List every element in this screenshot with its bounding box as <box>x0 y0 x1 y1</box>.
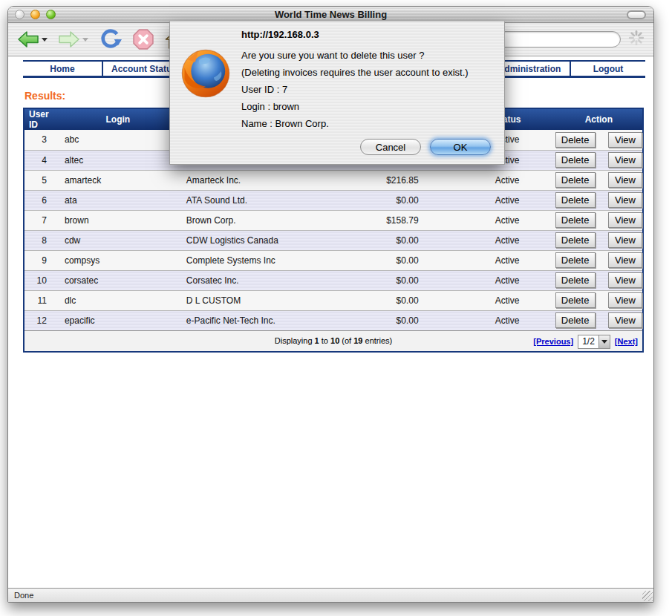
nav-item-home[interactable]: Home <box>23 62 103 76</box>
header-user-id: User ID <box>24 108 57 130</box>
cell-login: altec <box>57 150 179 170</box>
page-select[interactable]: 1/2 <box>578 335 610 349</box>
cell-login: corsatec <box>57 270 179 290</box>
window-controls <box>15 10 56 19</box>
cell-action: Delete View <box>555 130 643 150</box>
cell-name: D L CUSTOM <box>179 290 316 310</box>
header-login: Login <box>57 108 179 130</box>
cell-name: Amarteck Inc. <box>179 170 316 190</box>
cell-amount: $158.79 <box>316 210 460 230</box>
delete-button[interactable]: Delete <box>555 152 596 168</box>
next-page-link[interactable]: [Next] <box>615 337 638 346</box>
nav-item-logout[interactable]: Logout <box>571 62 645 76</box>
cell-amount: $0.00 <box>316 230 460 250</box>
cell-status: Active <box>460 310 555 330</box>
table-row: 7 brown Brown Corp. $158.79 Active Delet… <box>24 210 643 230</box>
cell-amount: $0.00 <box>316 310 460 330</box>
table-footer-row: Displaying 1 to 10 (of 19 entries) [Prev… <box>24 330 643 352</box>
cell-login: compsys <box>57 250 179 270</box>
cell-login: dlc <box>57 290 179 310</box>
cell-name: ATA Sound Ltd. <box>179 190 316 210</box>
pagination: [Previous] 1/2 [Next] <box>533 335 638 349</box>
table-row: 5 amarteck Amarteck Inc. $216.85 Active … <box>24 170 643 190</box>
toolbar-toggle-button[interactable] <box>627 10 646 19</box>
view-button[interactable]: View <box>608 212 642 228</box>
ok-button[interactable]: OK <box>430 139 491 155</box>
view-button[interactable]: View <box>608 312 642 328</box>
cell-login: cdw <box>57 230 179 250</box>
resize-grip[interactable] <box>642 591 653 601</box>
view-button[interactable]: View <box>608 232 642 248</box>
cell-login: ata <box>57 190 179 210</box>
delete-button[interactable]: Delete <box>555 192 596 208</box>
cell-name: Complete Systems Inc <box>179 250 316 270</box>
page-select-arrow-icon[interactable] <box>598 335 610 348</box>
view-button[interactable]: View <box>608 132 642 148</box>
header-action: Action <box>555 108 643 130</box>
view-button[interactable]: View <box>608 172 642 188</box>
search-input[interactable] <box>501 34 614 45</box>
cell-amount: $0.00 <box>316 290 460 310</box>
delete-button[interactable]: Delete <box>555 252 596 268</box>
cell-user-id: 10 <box>24 270 57 290</box>
close-window-button[interactable] <box>15 10 25 19</box>
cell-name: Corsatec Inc. <box>179 270 316 290</box>
delete-button[interactable]: Delete <box>555 292 596 308</box>
delete-button[interactable]: Delete <box>555 172 596 188</box>
cell-action: Delete View <box>555 250 643 270</box>
dialog-login-line: Login : brown <box>241 98 494 115</box>
cell-user-id: 5 <box>24 170 57 190</box>
forward-history-dropdown-icon[interactable] <box>82 38 88 42</box>
dialog-title: http://192.168.0.3 <box>241 29 494 40</box>
firefox-logo-icon <box>180 47 232 102</box>
reload-button[interactable] <box>99 28 123 50</box>
stop-button[interactable] <box>133 29 154 50</box>
back-history-dropdown-icon[interactable] <box>42 38 48 42</box>
cell-status: Active <box>460 170 555 190</box>
cancel-button[interactable]: Cancel <box>360 139 421 155</box>
cell-status: Active <box>460 270 555 290</box>
zoom-window-button[interactable] <box>46 10 56 19</box>
cell-user-id: 11 <box>24 290 57 310</box>
cell-amount: $0.00 <box>316 270 460 290</box>
back-button[interactable] <box>17 30 39 49</box>
view-button[interactable]: View <box>608 152 642 168</box>
throbber-spinner-icon <box>628 30 645 49</box>
cell-user-id: 6 <box>24 190 57 210</box>
cell-amount: $0.00 <box>316 190 460 210</box>
browser-window: World Time News Billing <box>7 6 654 603</box>
dialog-name-line: Name : Brown Corp. <box>241 115 494 132</box>
previous-page-link[interactable]: [Previous] <box>533 337 573 346</box>
cell-status: Active <box>460 230 555 250</box>
cell-login: amarteck <box>57 170 179 190</box>
table-row: 10 corsatec Corsatec Inc. $0.00 Active D… <box>24 270 643 290</box>
table-row: 9 compsys Complete Systems Inc $0.00 Act… <box>24 250 643 270</box>
dialog-message-line: (Deleting invoices requires the user acc… <box>241 64 494 81</box>
view-button[interactable]: View <box>608 252 642 268</box>
delete-button[interactable]: Delete <box>555 272 596 288</box>
cell-action: Delete View <box>555 290 643 310</box>
minimize-window-button[interactable] <box>30 10 40 19</box>
cell-amount: $216.85 <box>316 170 460 190</box>
delete-button[interactable]: Delete <box>555 212 596 228</box>
cell-user-id: 3 <box>24 130 57 150</box>
view-button[interactable]: View <box>608 192 642 208</box>
status-bar: Done <box>8 588 653 602</box>
table-row: 8 cdw CDW Logistics Canada $0.00 Active … <box>24 230 643 250</box>
delete-button[interactable]: Delete <box>555 312 596 328</box>
cell-status: Active <box>460 290 555 310</box>
delete-button[interactable]: Delete <box>555 232 596 248</box>
confirm-delete-dialog: http://192.168.0.3 Are you sure you want… <box>169 21 505 165</box>
dialog-message-line: Are you sure you want to delete this use… <box>241 47 494 64</box>
delete-button[interactable]: Delete <box>555 132 596 148</box>
view-button[interactable]: View <box>608 272 642 288</box>
cell-action: Delete View <box>555 230 643 250</box>
window-title: World Time News Billing <box>8 9 653 20</box>
dialog-user-id-line: User ID : 7 <box>241 81 494 98</box>
cell-action: Delete View <box>555 310 643 330</box>
view-button[interactable]: View <box>608 292 642 308</box>
cell-login: epacific <box>57 310 179 330</box>
forward-button[interactable] <box>58 30 80 49</box>
cell-user-id: 9 <box>24 250 57 270</box>
cell-name: CDW Logistics Canada <box>179 230 316 250</box>
